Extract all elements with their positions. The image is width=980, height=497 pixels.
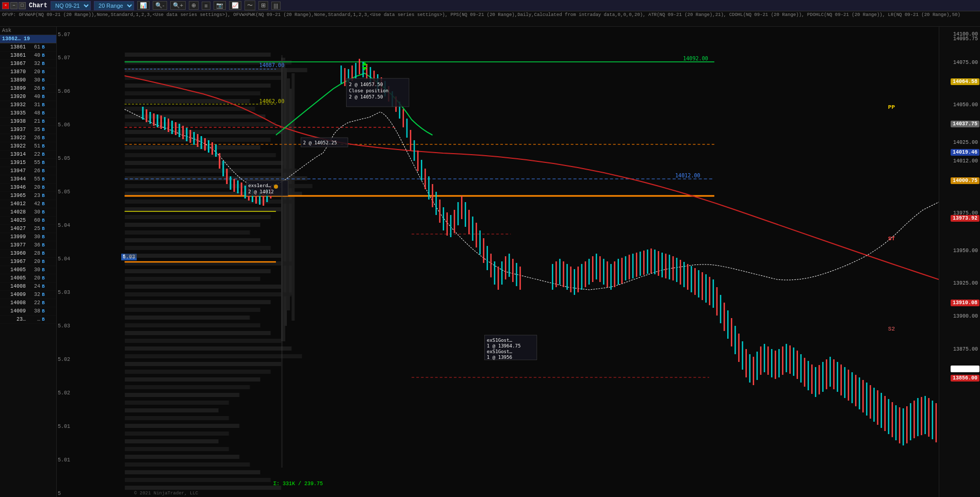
ob-price: 14009: [1, 308, 28, 314]
crosshair-button[interactable]: ⊕: [189, 1, 199, 10]
ob-size: 20: [28, 259, 40, 264]
ob-side: B: [40, 193, 46, 198]
svg-rect-4: [291, 73, 295, 321]
price-level: 14050.00: [952, 102, 979, 108]
zoom-out-button[interactable]: 🔍-: [153, 1, 167, 10]
indicator-bar: OFVP: OFVWAP(NQ 09-21 (20 Range)),None,S…: [0, 11, 980, 27]
order-book-row: 13946 20 B: [0, 184, 56, 192]
price-level: 13950.00: [952, 248, 979, 254]
svg-text:1 @ 13956: 1 @ 13956: [487, 355, 512, 360]
order-book-row: 13967 20 B: [0, 258, 56, 266]
order-book-row: 13922 26 B: [0, 134, 56, 142]
ob-price: 13965: [1, 193, 28, 198]
grid-button[interactable]: ⊞: [258, 1, 268, 10]
ob-side: B: [40, 177, 46, 182]
ob-side: B: [40, 94, 46, 100]
ob-side: B: [40, 259, 46, 264]
ob-price: 13922: [1, 143, 28, 149]
order-book-row: 13915 55 B: [0, 159, 56, 167]
copyright: © 2021 NinjaTrader, LLC: [134, 491, 198, 496]
ob-size: 51: [28, 143, 40, 149]
order-book-row: 13937 35 B: [0, 126, 56, 134]
ob-price: 14009: [1, 292, 28, 297]
ob-side: B: [40, 144, 46, 149]
order-book-row: 13960 28 B: [0, 250, 56, 258]
ob-price: 13960: [1, 251, 28, 256]
svg-text:2 @ 14052.25: 2 @ 14052.25: [303, 140, 337, 145]
instrument-select[interactable]: NQ 09-21: [51, 1, 91, 10]
order-book-row: 14008 22 B: [0, 299, 56, 307]
price-badge: 13861.50: [951, 366, 979, 372]
restore-button[interactable]: □: [19, 2, 26, 9]
ob-side: B: [40, 111, 46, 116]
range-select[interactable]: 20 Range: [94, 1, 134, 10]
svg-rect-37: [125, 300, 271, 304]
camera-button[interactable]: 📷: [214, 1, 226, 10]
svg-rect-61: [125, 486, 282, 490]
ob-side: B: [40, 169, 46, 174]
ob-side: B: [40, 292, 46, 297]
properties-button[interactable]: ≡: [202, 2, 210, 10]
ob-side: B: [40, 235, 46, 240]
ob-side: B: [40, 210, 46, 215]
order-book-row: 13870 20 B: [0, 68, 56, 76]
order-book-row: 13944 55 B: [0, 175, 56, 184]
ob-size: 38: [28, 308, 40, 314]
svg-rect-20: [125, 169, 297, 173]
window-controls[interactable]: × − □: [2, 2, 26, 9]
zoom-in-button[interactable]: 🔍+: [170, 1, 186, 10]
chart-area[interactable]: 5.07 5.07 5.06 5.06 5.05 5.05 5.04 5.04 …: [57, 27, 939, 497]
svg-text:1 @ 13964.75: 1 @ 13964.75: [487, 343, 521, 349]
chart-title: Chart: [29, 2, 47, 9]
svg-rect-43: [125, 346, 292, 351]
order-book-panel: Ask 13862… 19 13861 61 B 13861 40 B 1386…: [0, 27, 57, 497]
svg-rect-54: [125, 432, 229, 436]
price-level: 13925.00: [952, 280, 979, 286]
ob-side: B: [40, 119, 46, 124]
svg-rect-60: [125, 478, 271, 482]
chart-svg: 14087.00 14062.00 14092.00 14012.00 2 @ …: [57, 27, 939, 497]
minimize-button[interactable]: −: [10, 2, 18, 9]
ob-price: 13937: [1, 127, 28, 132]
ob-size: 30: [28, 209, 40, 215]
columns-button[interactable]: |||: [271, 2, 281, 10]
ob-size: 24: [28, 284, 40, 289]
svg-rect-12: [125, 107, 255, 111]
price-level: 14075.00: [952, 60, 979, 65]
ob-price: 13967: [1, 259, 28, 264]
ob-side: B: [40, 70, 46, 75]
ob-size: 32: [28, 292, 40, 297]
ob-price: 14008: [1, 300, 28, 306]
svg-rect-44: [125, 354, 302, 358]
order-book-row: 13999 30 B: [0, 233, 56, 241]
ob-size: 20: [28, 69, 40, 75]
bar-chart-button[interactable]: 📊: [137, 1, 150, 10]
ob-price: 14008: [1, 284, 28, 289]
order-book-row: 13932 31 B: [0, 101, 56, 109]
ob-size: 35: [28, 127, 40, 132]
svg-rect-42: [125, 339, 282, 343]
ob-side: B: [40, 103, 46, 108]
order-book: 13861 61 B 13861 40 B 13867 32 B 13870 2…: [0, 43, 56, 497]
svg-rect-27: [125, 223, 260, 227]
order-book-row: 14009 32 B: [0, 291, 56, 299]
order-book-row: 14025 60 B: [0, 217, 56, 225]
svg-rect-18: [125, 153, 276, 157]
svg-rect-50: [125, 401, 229, 405]
close-button[interactable]: ×: [2, 2, 9, 9]
order-book-row: 13861 40 B: [0, 52, 56, 60]
volume-label: Σ: 331K / 239.75: [273, 481, 323, 487]
wave-button[interactable]: 〜: [244, 1, 255, 10]
ob-price: 13922: [1, 135, 28, 141]
ob-side: B: [40, 185, 46, 190]
svg-point-278: [274, 185, 278, 189]
price-level: 13875.00: [952, 346, 979, 352]
indicator-button[interactable]: 📈: [229, 1, 241, 10]
ob-price: 13867: [1, 61, 28, 67]
svg-rect-30: [125, 246, 271, 250]
svg-text:exS1Gost…: exS1Gost…: [487, 349, 513, 354]
ob-side: B: [40, 243, 46, 248]
order-book-row: 14009 38 B: [0, 307, 56, 316]
ob-size: 30: [28, 77, 40, 83]
ob-size: 28: [28, 251, 40, 256]
